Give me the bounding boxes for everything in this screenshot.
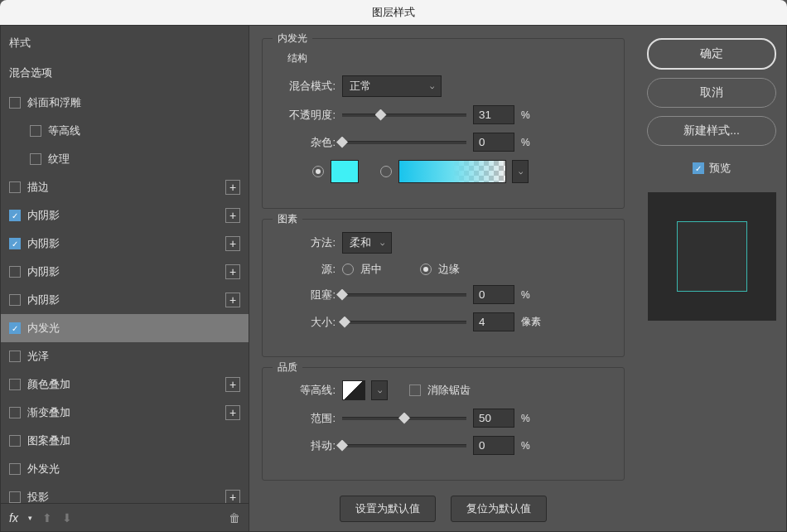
source-edge-radio[interactable]: [420, 264, 432, 275]
effect-label: 纹理: [48, 152, 240, 167]
effect-checkbox[interactable]: [30, 125, 41, 137]
new-style-button[interactable]: 新建样式...: [647, 116, 776, 146]
chevron-down-icon: ⌵: [380, 239, 384, 247]
blend-mode-dropdown[interactable]: 正常 ⌵: [342, 75, 442, 97]
effect-checkbox[interactable]: [9, 351, 21, 362]
range-label: 范围:: [279, 411, 336, 426]
preview-inner: [677, 221, 747, 292]
size-label: 大小:: [279, 315, 336, 330]
effect-checkbox[interactable]: [9, 379, 21, 390]
effect-item[interactable]: 纹理: [1, 145, 249, 173]
effect-item[interactable]: ✓内发光: [1, 314, 249, 342]
effect-checkbox[interactable]: [9, 266, 21, 278]
gradient-dropdown-icon[interactable]: ⌵: [512, 160, 529, 183]
range-input[interactable]: [473, 409, 514, 428]
middle-panel: 内发光 结构 混合模式: 正常 ⌵ 不透明度: % 杂色:: [249, 26, 637, 531]
arrow-down-icon[interactable]: ⬇: [62, 511, 72, 525]
fx-icon[interactable]: fx: [9, 511, 18, 525]
styles-header[interactable]: 样式: [1, 26, 249, 57]
effect-label: 渐变叠加: [27, 405, 225, 420]
effect-checkbox[interactable]: [9, 181, 21, 193]
antialias-checkbox[interactable]: [409, 384, 421, 396]
range-slider[interactable]: [342, 417, 466, 420]
choke-slider[interactable]: [342, 293, 466, 297]
preview-checkbox-icon: ✓: [693, 162, 704, 174]
effect-item[interactable]: 等高线: [1, 117, 249, 145]
jitter-unit: %: [521, 440, 530, 452]
reset-default-button[interactable]: 复位为默认值: [451, 496, 547, 522]
quality-title: 品质: [273, 360, 302, 375]
effect-checkbox[interactable]: ✓: [9, 322, 21, 334]
contour-dropdown-icon[interactable]: ⌵: [371, 380, 388, 400]
effect-item[interactable]: 颜色叠加+: [1, 370, 249, 399]
color-swatch[interactable]: [331, 160, 359, 183]
effect-item[interactable]: ✓内阴影+: [1, 230, 249, 258]
plus-icon[interactable]: +: [225, 208, 240, 223]
preview-toggle[interactable]: ✓ 预览: [647, 161, 776, 176]
effect-item[interactable]: 渐变叠加+: [1, 399, 249, 427]
make-default-button[interactable]: 设置为默认值: [340, 496, 436, 522]
effect-item[interactable]: 外发光: [1, 455, 249, 483]
effect-checkbox[interactable]: [9, 294, 21, 306]
effect-label: 颜色叠加: [27, 377, 225, 392]
effect-label: 内阴影: [27, 236, 225, 251]
effect-item[interactable]: 斜面和浮雕: [1, 89, 249, 117]
dialog-title: 图层样式: [0, 0, 787, 25]
effect-item[interactable]: 内阴影+: [1, 258, 249, 286]
range-unit: %: [521, 413, 530, 424]
effect-checkbox[interactable]: [9, 407, 21, 418]
gradient-radio[interactable]: [380, 166, 392, 177]
fx-dropdown-arrow-icon[interactable]: ▾: [28, 514, 32, 522]
structure-subtitle: 结构: [287, 51, 607, 65]
opacity-slider[interactable]: [342, 114, 466, 117]
effect-checkbox[interactable]: [30, 153, 41, 165]
effect-checkbox[interactable]: [9, 435, 21, 447]
noise-input[interactable]: [473, 133, 514, 152]
cancel-button[interactable]: 取消: [647, 78, 776, 108]
preview-label: 预览: [709, 161, 731, 176]
plus-icon[interactable]: +: [225, 377, 240, 392]
method-dropdown[interactable]: 柔和 ⌵: [342, 232, 392, 254]
contour-swatch[interactable]: [342, 380, 365, 400]
effect-checkbox[interactable]: ✓: [9, 210, 21, 221]
size-slider[interactable]: [342, 321, 466, 324]
gradient-swatch[interactable]: [398, 160, 506, 183]
effect-item[interactable]: 描边+: [1, 173, 249, 201]
plus-icon[interactable]: +: [225, 405, 240, 420]
choke-input[interactable]: [473, 285, 514, 304]
noise-slider[interactable]: [342, 141, 466, 144]
color-radio[interactable]: [312, 166, 324, 177]
source-center-radio[interactable]: [342, 264, 354, 275]
size-input[interactable]: [473, 312, 514, 331]
effect-label: 外发光: [27, 462, 240, 476]
left-panel: 样式 混合选项 斜面和浮雕等高线纹理描边+✓内阴影+✓内阴影+内阴影+内阴影+✓…: [1, 26, 249, 531]
effect-label: 内阴影: [27, 264, 225, 279]
ok-button[interactable]: 确定: [647, 38, 776, 70]
effect-item[interactable]: 光泽: [1, 342, 249, 370]
effect-label: 光泽: [27, 349, 240, 364]
blend-options[interactable]: 混合选项: [1, 57, 249, 89]
effect-item[interactable]: ✓内阴影+: [1, 201, 249, 230]
effect-item[interactable]: 投影+: [1, 483, 249, 503]
effect-checkbox[interactable]: [9, 97, 21, 109]
plus-icon[interactable]: +: [225, 490, 240, 503]
left-footer: fx ▾ ⬆ ⬇ 🗑: [1, 503, 249, 531]
effect-item[interactable]: 图案叠加: [1, 427, 249, 455]
plus-icon[interactable]: +: [225, 236, 240, 251]
jitter-input[interactable]: [473, 436, 514, 455]
effect-checkbox[interactable]: [9, 491, 21, 503]
effect-checkbox[interactable]: ✓: [9, 238, 21, 249]
noise-label: 杂色:: [279, 135, 336, 150]
effect-label: 描边: [27, 180, 225, 195]
effect-item[interactable]: 内阴影+: [1, 286, 249, 314]
plus-icon[interactable]: +: [225, 180, 240, 195]
trash-icon[interactable]: 🗑: [229, 511, 240, 525]
effect-checkbox[interactable]: [9, 463, 21, 475]
plus-icon[interactable]: +: [225, 293, 240, 307]
arrow-up-icon[interactable]: ⬆: [42, 511, 52, 525]
opacity-label: 不透明度:: [279, 108, 336, 123]
opacity-input[interactable]: [473, 105, 514, 124]
jitter-slider[interactable]: [342, 444, 466, 447]
plus-icon[interactable]: +: [225, 264, 240, 279]
structure-group: 内发光 结构 混合模式: 正常 ⌵ 不透明度: % 杂色:: [262, 38, 625, 209]
